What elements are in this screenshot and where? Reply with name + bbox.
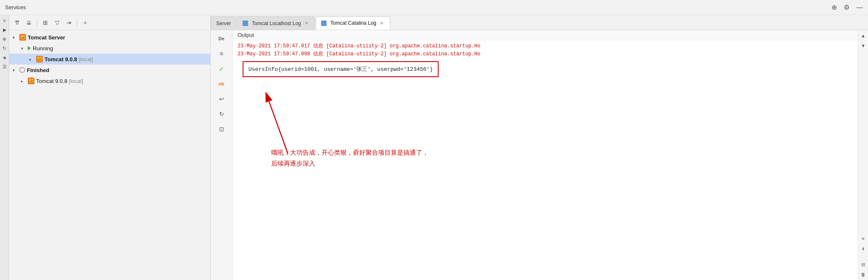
tab-catalina-log[interactable]: Tomcat Catalina Log ✕ — [316, 16, 390, 30]
log-screen-button[interactable]: ⊡ — [215, 122, 228, 136]
annotation-line-2: 后续再逐步深入 — [271, 158, 429, 169]
log-list-button[interactable]: ≡ — [215, 47, 228, 60]
tab-server-label: Server — [216, 21, 231, 26]
title-bar-actions: ⊕ ⚙ — — [831, 3, 863, 11]
filter-icon[interactable]: ▽ — [52, 18, 62, 27]
tab-catalina-log-label: Tomcat Catalina Log — [330, 20, 376, 26]
tree-item-tomcat-server[interactable]: ▾ 🐱 Tomcat Server — [9, 32, 210, 43]
annotation-line-1: 哦吼，大功告成，开心类狠，孬好聚合项目算是搞通了， — [271, 147, 429, 158]
annotation-text: 哦吼，大功告成，开心类狠，孬好聚合项目算是搞通了， 后续再逐步深入 — [271, 147, 429, 169]
tomcat-908-finished-icon: 🐱 — [28, 78, 34, 84]
chevron-down-running-icon: ▾ — [21, 46, 28, 51]
output-box-text: UsersInfo{userid=1001, username='张三', us… — [248, 66, 433, 73]
tab-localhost-log[interactable]: Tomcat Localhost Log ✕ — [237, 16, 315, 30]
minimize-icon[interactable]: — — [856, 4, 863, 11]
annotation-area: 哦吼，大功告成，开心类狠，孬好聚合项目算是搞通了， 后续再逐步深入 — [233, 80, 858, 189]
output-box: UsersInfo{userid=1001, username='张三', us… — [243, 61, 439, 77]
toolbar-separator-2 — [77, 19, 77, 26]
add-icon[interactable]: + — [81, 18, 90, 27]
tomcat-server-label: Tomcat Server — [28, 34, 65, 41]
log-pane: De ≡ ✓ eb ↩ ↻ ⊡ Output 23-May-2021 17:59… — [211, 30, 868, 280]
tree-item-tomcat-908-running[interactable]: ▸ 🐱 Tomcat 9.0.8 [local] — [9, 54, 210, 65]
strip-icon-4[interactable]: ↻ — [1, 44, 8, 52]
sidebar-toolbar: ⇈ ⇊ ⊞ ▽ ⇥ + — [9, 15, 210, 30]
tree-item-finished[interactable]: ▾ Finished — [9, 65, 210, 75]
log-back-button[interactable]: ↩ — [215, 92, 228, 106]
finished-circle-icon — [19, 67, 25, 73]
finished-label: Finished — [27, 67, 49, 73]
catalina-log-file-icon — [321, 21, 327, 26]
tree-item-running[interactable]: ▾ Running — [9, 43, 210, 54]
log-content: Output 23-May-2021 17:59:47.017 信息 [Cata… — [233, 30, 858, 280]
globe-icon[interactable]: ⊕ — [831, 3, 837, 11]
settings-icon[interactable]: ⚙ — [844, 3, 850, 11]
log-deploy-button[interactable]: De — [215, 32, 228, 45]
scroll-down-icon[interactable]: ▼ — [860, 42, 867, 49]
log-line-1: 23-May-2021 17:59:47.017 信息 [Catalina-ut… — [233, 42, 858, 50]
tomcat-908-running-icon: 🐱 — [36, 56, 43, 62]
tomcat-908-running-label: Tomcat 9.0.8 [local] — [44, 56, 93, 62]
log-action-bar: De ≡ ✓ eb ↩ ↻ ⊡ — [211, 30, 233, 280]
log-refresh-button[interactable]: ↻ — [215, 107, 228, 121]
right-strip: ▲ ▼ ≡ ↡ ⊟ 🗑 — [858, 30, 868, 280]
log-line-2: 23-May-2021 17:59:47.098 信息 [Catalina-ut… — [233, 50, 858, 58]
tab-localhost-log-label: Tomcat Localhost Log — [252, 21, 301, 26]
group-icon[interactable]: ⊞ — [41, 18, 50, 27]
localhost-log-file-icon — [243, 21, 248, 26]
jump-icon[interactable]: ⇥ — [64, 18, 73, 27]
tomcat-server-icon: 🐱 — [19, 34, 26, 41]
strip-icon-2[interactable]: ▶ — [1, 26, 8, 34]
arrow-annotation: 哦吼，大功告成，开心类狠，孬好聚合项目算是搞通了， 后续再逐步深入 — [238, 89, 853, 181]
chevron-right-finished-icon: ▸ — [21, 79, 28, 83]
running-play-icon — [28, 46, 31, 50]
chevron-right-908-icon: ▸ — [29, 57, 36, 62]
toolbar-separator-1 — [37, 19, 37, 26]
strip-icon-1[interactable]: ≡ — [1, 17, 8, 24]
chevron-down-finished-icon: ▾ — [13, 68, 19, 73]
left-strip: ≡ ▶ ⊕ ↻ ◈ ☰ — [0, 15, 9, 280]
tabs-bar: Server Tomcat Localhost Log ✕ Tomcat Cat… — [211, 15, 868, 30]
strip-icon-5[interactable]: ◈ — [1, 54, 8, 61]
log-check-button[interactable]: ✓ — [215, 62, 228, 75]
wrap-icon[interactable]: ≡ — [860, 235, 867, 242]
collapse-all-icon[interactable]: ⇈ — [13, 18, 22, 27]
tree-item-tomcat-908-finished[interactable]: ▸ 🐱 Tomcat 9.0.8 [local] — [9, 75, 210, 86]
localhost-log-close-icon[interactable]: ✕ — [303, 21, 309, 26]
sidebar-tree: ▾ 🐱 Tomcat Server ▾ Running ▸ 🐱 Tomcat 9… — [9, 30, 210, 280]
print-icon[interactable]: ⊟ — [860, 261, 867, 268]
svg-line-1 — [269, 101, 288, 154]
expand-all-icon[interactable]: ⇊ — [24, 18, 34, 27]
title-bar: Services ⊕ ⚙ — — [0, 0, 868, 15]
log-eb-button[interactable]: eb — [215, 77, 228, 91]
tomcat-908-finished-label: Tomcat 9.0.8 [local] — [36, 78, 83, 84]
sidebar: ⇈ ⇊ ⊞ ▽ ⇥ + ▾ 🐱 Tomcat Server ▾ — [9, 15, 211, 280]
app-window: Services ⊕ ⚙ — ≡ ▶ ⊕ ↻ ◈ ☰ ⇈ ⇊ ⊞ ▽ — [0, 0, 868, 280]
main-content: ≡ ▶ ⊕ ↻ ◈ ☰ ⇈ ⇊ ⊞ ▽ ⇥ + — [0, 15, 868, 280]
running-label: Running — [33, 45, 53, 52]
output-header: Output — [233, 30, 858, 40]
tab-server[interactable]: Server — [211, 16, 236, 30]
app-title: Services — [5, 4, 26, 10]
strip-icon-3[interactable]: ⊕ — [1, 35, 8, 43]
delete-icon[interactable]: 🗑 — [860, 271, 867, 278]
strip-icon-6[interactable]: ☰ — [1, 63, 8, 70]
catalina-log-close-icon[interactable]: ✕ — [379, 20, 385, 26]
log-lines: 23-May-2021 17:59:47.017 信息 [Catalina-ut… — [233, 40, 858, 280]
pin-icon[interactable]: ↡ — [860, 245, 867, 252]
right-panel: Server Tomcat Localhost Log ✕ Tomcat Cat… — [211, 15, 868, 280]
chevron-down-icon: ▾ — [13, 35, 19, 40]
scroll-up-icon[interactable]: ▲ — [860, 32, 867, 39]
